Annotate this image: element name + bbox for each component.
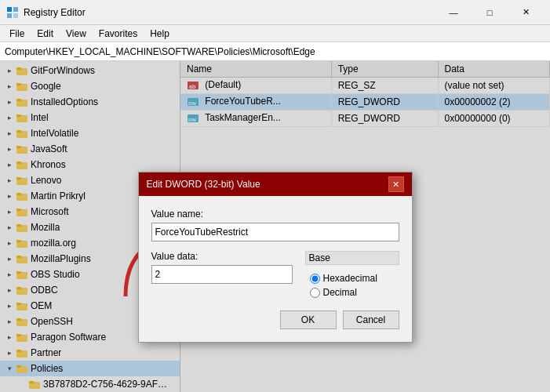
- radio-decimal[interactable]: Decimal: [310, 287, 395, 298]
- window-title: Registry Editor: [24, 7, 86, 18]
- modal-overlay: Edit DWORD (32-bit) Value ✕ Value name: …: [0, 61, 550, 392]
- cancel-button[interactable]: Cancel: [343, 310, 399, 329]
- svg-rect-0: [7, 7, 12, 12]
- window-controls: — □ ✕: [435, 0, 544, 25]
- menu-bar: File Edit View Favorites Help: [0, 25, 550, 42]
- ok-button[interactable]: OK: [280, 310, 337, 329]
- radio-hex-input[interactable]: [310, 274, 320, 284]
- radio-dec-label: Decimal: [323, 287, 357, 298]
- menu-help[interactable]: Help: [144, 27, 176, 41]
- value-data-section: Value data:: [151, 251, 293, 284]
- edit-dword-dialog: Edit DWORD (32-bit) Value ✕ Value name: …: [138, 172, 413, 343]
- radio-hex-label: Hexadecimal: [323, 273, 377, 284]
- value-name-input[interactable]: [151, 223, 399, 241]
- menu-edit[interactable]: Edit: [31, 27, 60, 41]
- dialog-close-button[interactable]: ✕: [388, 176, 404, 192]
- main-content: GitForWindows Google InstalledOptions In…: [0, 61, 550, 392]
- value-data-label: Value data:: [151, 251, 293, 262]
- menu-favorites[interactable]: Favorites: [93, 27, 144, 41]
- menu-view[interactable]: View: [60, 27, 93, 41]
- close-button[interactable]: ✕: [508, 0, 544, 25]
- maximize-button[interactable]: □: [472, 0, 508, 25]
- svg-rect-2: [7, 13, 12, 18]
- svg-rect-1: [13, 7, 18, 12]
- app-icon: [6, 6, 19, 19]
- radio-hexadecimal[interactable]: Hexadecimal: [310, 273, 395, 284]
- title-bar: Registry Editor — □ ✕: [0, 0, 550, 25]
- dialog-body: Value name: Value data: Base Hexadecimal: [139, 196, 412, 342]
- dialog-title: Edit DWORD (32-bit) Value: [147, 179, 388, 190]
- address-text: Computer\HKEY_LOCAL_MACHINE\SOFTWARE\Pol…: [5, 46, 315, 57]
- menu-file[interactable]: File: [3, 27, 31, 41]
- base-section: Base Hexadecimal Decimal: [305, 251, 399, 301]
- value-data-input[interactable]: [151, 265, 293, 284]
- dialog-bottom-row: Value data: Base Hexadecimal: [151, 251, 399, 301]
- dialog-buttons: OK Cancel: [151, 310, 399, 329]
- base-label: Base: [305, 251, 399, 265]
- radio-dec-input[interactable]: [310, 288, 320, 298]
- address-bar: Computer\HKEY_LOCAL_MACHINE\SOFTWARE\Pol…: [0, 42, 550, 61]
- dialog-titlebar: Edit DWORD (32-bit) Value ✕: [139, 172, 412, 196]
- minimize-button[interactable]: —: [435, 0, 472, 25]
- value-name-label: Value name:: [151, 209, 399, 220]
- radio-group: Hexadecimal Decimal: [305, 270, 399, 301]
- svg-rect-3: [13, 13, 18, 18]
